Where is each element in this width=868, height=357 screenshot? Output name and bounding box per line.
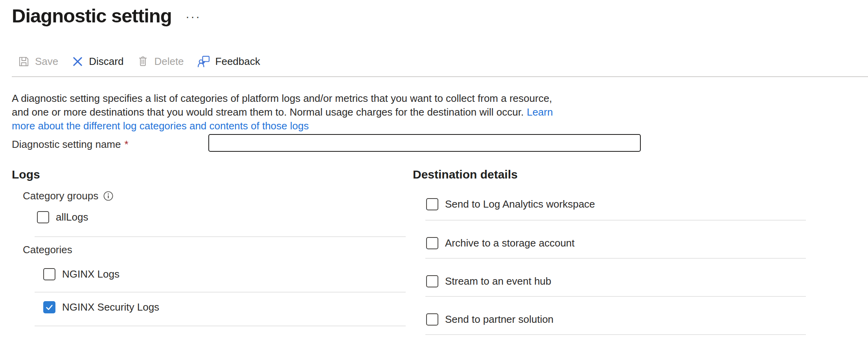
send-to-partner-solution-checkbox-row[interactable]: Send to partner solution	[426, 313, 554, 326]
send-to-log-analytics-checkbox-row[interactable]: Send to Log Analytics workspace	[426, 198, 595, 210]
page-description: A diagnostic setting specifies a list of…	[12, 92, 553, 133]
stream-to-event-hub-label: Stream to an event hub	[445, 275, 551, 287]
send-to-partner-solution-label: Send to partner solution	[445, 313, 554, 326]
page-title: Diagnostic setting	[12, 5, 172, 27]
save-label: Save	[35, 55, 58, 68]
alllogs-checkbox-row[interactable]: allLogs	[37, 211, 88, 223]
send-to-partner-solution-checkbox[interactable]	[426, 313, 438, 326]
command-toolbar: Save Discard Delete	[18, 52, 260, 71]
diagnostic-setting-name-label: Diagnostic setting name*	[12, 138, 129, 151]
trash-icon	[137, 55, 149, 68]
divider	[425, 258, 806, 259]
destination-details-heading: Destination details	[413, 168, 518, 181]
alllogs-label: allLogs	[56, 211, 88, 223]
nginx-logs-checkbox-row[interactable]: NGINX Logs	[43, 268, 120, 280]
discard-label: Discard	[89, 55, 123, 68]
divider	[35, 326, 406, 326]
stream-to-event-hub-checkbox-row[interactable]: Stream to an event hub	[426, 275, 551, 287]
description-line-2: and one or more destinations that you wo…	[12, 105, 553, 119]
save-icon	[18, 55, 30, 68]
save-button[interactable]: Save	[18, 55, 58, 68]
divider	[425, 296, 806, 297]
alllogs-checkbox[interactable]	[37, 211, 49, 223]
description-line-2-text: and one or more destinations that you wo…	[12, 106, 524, 118]
delete-button[interactable]: Delete	[137, 55, 184, 68]
delete-label: Delete	[154, 55, 184, 68]
archive-to-storage-checkbox[interactable]	[426, 237, 438, 249]
divider	[35, 236, 406, 237]
toolbar-divider	[12, 76, 868, 77]
stream-to-event-hub-checkbox[interactable]	[426, 275, 438, 287]
archive-to-storage-checkbox-row[interactable]: Archive to a storage account	[426, 237, 575, 249]
archive-to-storage-label: Archive to a storage account	[445, 237, 575, 249]
logs-section-heading: Logs	[12, 168, 40, 181]
nginx-security-logs-label: NGINX Security Logs	[62, 301, 159, 313]
nginx-logs-label: NGINX Logs	[62, 268, 120, 280]
discard-x-icon	[72, 55, 84, 68]
more-menu-button[interactable]: ···	[186, 9, 201, 24]
description-line-1: A diagnostic setting specifies a list of…	[12, 92, 553, 105]
diagnostic-setting-name-input[interactable]	[208, 134, 641, 152]
divider	[425, 220, 806, 221]
feedback-button[interactable]: Feedback	[197, 55, 260, 68]
category-groups-label-text: Category groups	[23, 190, 98, 202]
categories-label: Categories	[23, 244, 72, 256]
feedback-label: Feedback	[215, 55, 260, 68]
category-groups-label: Category groups	[23, 190, 114, 202]
feedback-icon	[197, 55, 210, 68]
info-icon[interactable]	[103, 191, 114, 201]
send-to-log-analytics-label: Send to Log Analytics workspace	[445, 198, 595, 210]
nginx-logs-checkbox[interactable]	[43, 268, 55, 280]
divider	[425, 334, 806, 335]
discard-button[interactable]: Discard	[72, 55, 123, 68]
learn-more-link-line-2[interactable]: more about the different log categories …	[12, 120, 309, 132]
nginx-security-logs-checkbox[interactable]	[43, 301, 55, 313]
send-to-log-analytics-checkbox[interactable]	[426, 198, 438, 210]
nginx-security-logs-checkbox-row[interactable]: NGINX Security Logs	[43, 301, 159, 313]
required-asterisk: *	[124, 138, 128, 150]
learn-more-link[interactable]: Learn	[527, 106, 553, 118]
divider	[35, 292, 406, 293]
diagnostic-setting-name-label-text: Diagnostic setting name	[12, 138, 121, 150]
